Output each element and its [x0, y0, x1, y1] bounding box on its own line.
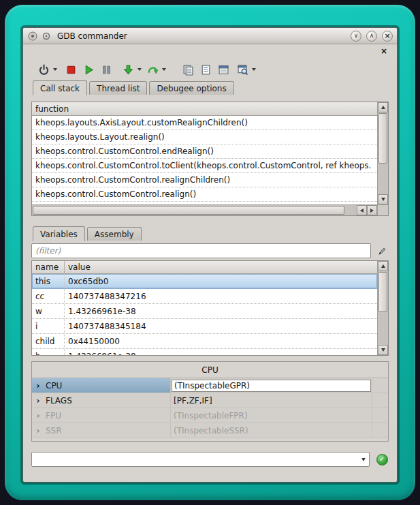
cpu-row[interactable]: › FPU (TInspectableFPR): [32, 408, 388, 423]
cpu-inspector-panel: CPU › CPU (TInspectableGPR) › FLAGS [PF,…: [31, 361, 389, 442]
titlebar[interactable]: GDB commander ∨ ∧ ×: [23, 28, 397, 44]
callstack-tabbar: Call stack Thread list Debugee options: [31, 80, 389, 95]
scrollbar-handle[interactable]: [33, 206, 344, 215]
step-into-dropdown-arrow[interactable]: [136, 61, 143, 78]
call-stack-row[interactable]: kheops.layouts.AxisLayout.customRealignC…: [32, 116, 377, 130]
cpu-value-input[interactable]: (TInspectableGPR): [172, 380, 371, 392]
cpu-row-gutter: [372, 408, 388, 423]
filter-options-button[interactable]: [375, 244, 389, 258]
call-stack-row[interactable]: kheops.control.CustomControl.toClient(kh…: [32, 159, 377, 173]
expand-arrow-icon[interactable]: ›: [32, 423, 44, 438]
step-over-button[interactable]: [144, 61, 161, 78]
variable-value: 1.43266961e-38: [65, 349, 377, 355]
expand-arrow-icon[interactable]: ›: [32, 408, 44, 423]
variable-name: this: [32, 274, 65, 288]
arrow-left-icon: [360, 209, 364, 213]
expand-arrow-icon[interactable]: ›: [32, 393, 44, 408]
variable-name: w: [32, 304, 65, 318]
tab-variables[interactable]: Variables: [33, 226, 85, 241]
frames-button[interactable]: [180, 61, 196, 78]
arrow-up-icon: [381, 264, 385, 268]
scroll-up-button[interactable]: [378, 102, 388, 112]
command-combobox[interactable]: [31, 452, 370, 467]
step-into-button[interactable]: [120, 61, 136, 78]
client-area: ×: [23, 44, 397, 482]
variable-row[interactable]: b 1.43266961e-38: [32, 349, 377, 355]
variable-row[interactable]: i 140737488345184: [32, 319, 377, 334]
scrollbar-track[interactable]: [32, 205, 357, 215]
app-icon[interactable]: [27, 31, 38, 42]
run-icon: [83, 64, 95, 76]
cpu-row-name: SSR: [44, 423, 171, 438]
arrow-right-icon: [370, 209, 374, 213]
variable-name: cc: [32, 289, 65, 303]
tab-thread-list[interactable]: Thread list: [89, 81, 147, 95]
tab-call-stack[interactable]: Call stack: [33, 80, 87, 95]
arrow-up-icon: [381, 106, 385, 109]
step-into-icon: [123, 64, 134, 76]
scroll-down-button[interactable]: [378, 194, 388, 204]
call-stack-row[interactable]: kheops.layouts.Layout.realign(): [32, 130, 377, 144]
panel-close-button[interactable]: ×: [379, 47, 389, 55]
send-command-button[interactable]: ✓: [375, 453, 389, 466]
variable-value: 0xc65db0: [65, 274, 377, 288]
cpu-row[interactable]: › FLAGS [PF,ZF,IF]: [32, 393, 388, 408]
tab-assembly[interactable]: Assembly: [87, 227, 142, 241]
variables-panel: name value this 0xc65db0 cc 140737488347…: [31, 260, 389, 356]
output-button[interactable]: [197, 61, 214, 78]
scroll-down-button[interactable]: [378, 345, 388, 355]
stop-icon: [65, 64, 77, 76]
scrollbar-track[interactable]: [378, 271, 388, 345]
command-row: ✓: [31, 451, 389, 468]
variables-vertical-scrollbar[interactable]: [377, 261, 388, 355]
stop-button[interactable]: [63, 61, 79, 78]
function-column-header[interactable]: function: [32, 102, 377, 116]
call-stack-row[interactable]: kheops.control.CustomControl.realignChil…: [32, 173, 377, 187]
cpu-row[interactable]: › SSR (TInspectableSSR): [32, 423, 388, 438]
power-button[interactable]: [35, 61, 52, 78]
cpu-row[interactable]: › CPU (TInspectableGPR): [32, 378, 388, 393]
variable-name: i: [32, 319, 65, 333]
window-menu-icon[interactable]: [41, 31, 52, 42]
run-button[interactable]: [80, 61, 97, 78]
variable-row[interactable]: w 1.43266961e-38: [32, 304, 377, 319]
variable-row[interactable]: this 0xc65db0: [32, 274, 377, 289]
close-button[interactable]: ×: [382, 31, 393, 42]
variable-row[interactable]: child 0x44150000: [32, 334, 377, 349]
minimize-button[interactable]: ∨: [351, 31, 361, 42]
pause-button[interactable]: [98, 61, 114, 78]
variables-filter-input[interactable]: [31, 243, 371, 258]
variables-tabbar: Variables Assembly: [31, 226, 389, 241]
scrollbar-handle[interactable]: [378, 113, 387, 164]
scrollbar-handle[interactable]: [378, 272, 387, 312]
variable-row[interactable]: cc 140737488347216: [32, 289, 377, 304]
call-stack-row[interactable]: kheops.control.CustomControl.realign(): [32, 187, 377, 202]
cpu-row-value: (TInspectableGPR): [171, 378, 372, 393]
scroll-left-button[interactable]: [357, 205, 367, 215]
combo-dropdown-button[interactable]: [357, 453, 369, 466]
expand-arrow-icon[interactable]: ›: [32, 378, 44, 393]
value-column-header[interactable]: value: [65, 261, 377, 274]
scrollbar-track[interactable]: [378, 112, 388, 194]
scroll-right-button[interactable]: [367, 205, 377, 215]
gdb-commander-window: GDB commander ∨ ∧ × ×: [22, 27, 398, 483]
power-dropdown-arrow[interactable]: [52, 61, 59, 78]
debug-toolbar: [31, 59, 389, 80]
watch-dropdown-arrow[interactable]: [251, 61, 257, 78]
cpu-row-value: (TInspectableFPR): [171, 408, 372, 423]
call-stack-vertical-scrollbar[interactable]: [377, 102, 388, 204]
call-stack-horizontal-scrollbar[interactable]: [32, 204, 377, 215]
command-input[interactable]: [32, 453, 357, 465]
name-column-header[interactable]: name: [32, 261, 65, 274]
scrollbar-corner: [377, 204, 388, 215]
variables-table: name value this 0xc65db0 cc 140737488347…: [32, 261, 377, 355]
step-over-dropdown-arrow[interactable]: [161, 61, 167, 78]
scroll-up-button[interactable]: [378, 261, 388, 271]
tab-debugee-options[interactable]: Debugee options: [149, 81, 233, 95]
memory-button[interactable]: [215, 61, 231, 78]
watch-button[interactable]: [234, 61, 251, 78]
cpu-register-tree: › CPU (TInspectableGPR) › FLAGS [PF,ZF,I…: [32, 378, 388, 441]
cpu-row-value: (TInspectableSSR): [171, 423, 372, 438]
maximize-button[interactable]: ∧: [366, 31, 377, 42]
call-stack-row[interactable]: kheops.control.CustomControl.endRealign(…: [32, 144, 377, 159]
